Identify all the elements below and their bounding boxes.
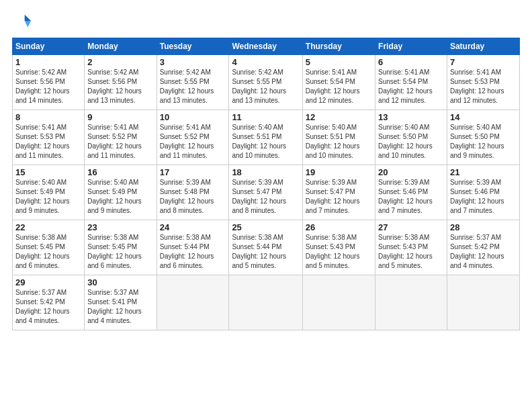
day-info: Sunrise: 5:41 AM Sunset: 5:52 PM Dayligh…	[160, 123, 226, 161]
weekday-sunday: Sunday	[13, 38, 85, 55]
day-number: 25	[232, 222, 299, 232]
day-number: 8	[15, 112, 81, 122]
svg-marker-0	[25, 15, 31, 21]
calendar-cell: 14Sunrise: 5:40 AM Sunset: 5:50 PM Dayli…	[447, 110, 519, 165]
calendar-cell: 29Sunrise: 5:37 AM Sunset: 5:42 PM Dayli…	[13, 275, 85, 330]
day-info: Sunrise: 5:37 AM Sunset: 5:42 PM Dayligh…	[450, 233, 517, 271]
calendar-cell: 26Sunrise: 5:38 AM Sunset: 5:43 PM Dayli…	[302, 220, 375, 275]
calendar-cell: 16Sunrise: 5:40 AM Sunset: 5:49 PM Dayli…	[85, 165, 157, 220]
day-number: 18	[232, 167, 299, 177]
svg-marker-1	[25, 21, 31, 27]
day-number: 29	[15, 277, 81, 287]
calendar-cell	[229, 275, 302, 330]
day-info: Sunrise: 5:41 AM Sunset: 5:54 PM Dayligh…	[378, 68, 444, 105]
week-row-1: 1Sunrise: 5:42 AM Sunset: 5:56 PM Daylig…	[13, 55, 520, 110]
day-number: 9	[87, 112, 153, 122]
day-info: Sunrise: 5:38 AM Sunset: 5:44 PM Dayligh…	[232, 233, 299, 271]
calendar-cell: 25Sunrise: 5:38 AM Sunset: 5:44 PM Dayli…	[229, 220, 302, 275]
day-info: Sunrise: 5:41 AM Sunset: 5:53 PM Dayligh…	[450, 68, 517, 105]
day-info: Sunrise: 5:38 AM Sunset: 5:44 PM Dayligh…	[160, 233, 226, 271]
week-row-2: 8Sunrise: 5:41 AM Sunset: 5:53 PM Daylig…	[13, 110, 520, 165]
week-row-3: 15Sunrise: 5:40 AM Sunset: 5:49 PM Dayli…	[13, 165, 520, 220]
day-number: 28	[450, 222, 517, 232]
day-info: Sunrise: 5:40 AM Sunset: 5:49 PM Dayligh…	[15, 178, 81, 216]
day-number: 14	[450, 112, 517, 122]
day-info: Sunrise: 5:38 AM Sunset: 5:43 PM Dayligh…	[378, 233, 444, 271]
calendar-cell: 1Sunrise: 5:42 AM Sunset: 5:56 PM Daylig…	[13, 55, 85, 110]
day-number: 17	[160, 167, 226, 177]
logo-icon	[12, 12, 31, 31]
page: SundayMondayTuesdayWednesdayThursdayFrid…	[0, 0, 532, 411]
day-number: 6	[378, 57, 444, 67]
day-info: Sunrise: 5:42 AM Sunset: 5:55 PM Dayligh…	[160, 68, 226, 105]
weekday-saturday: Saturday	[447, 38, 519, 55]
weekday-monday: Monday	[85, 38, 157, 55]
day-info: Sunrise: 5:40 AM Sunset: 5:51 PM Dayligh…	[232, 123, 299, 161]
calendar-cell: 2Sunrise: 5:42 AM Sunset: 5:56 PM Daylig…	[85, 55, 157, 110]
calendar-table: SundayMondayTuesdayWednesdayThursdayFrid…	[12, 38, 520, 330]
day-info: Sunrise: 5:42 AM Sunset: 5:56 PM Dayligh…	[87, 68, 153, 105]
day-number: 7	[450, 57, 517, 67]
logo	[12, 12, 34, 31]
calendar-cell: 11Sunrise: 5:40 AM Sunset: 5:51 PM Dayli…	[229, 110, 302, 165]
day-number: 16	[87, 167, 153, 177]
day-number: 22	[15, 222, 81, 232]
day-number: 1	[15, 57, 81, 67]
day-info: Sunrise: 5:38 AM Sunset: 5:43 PM Dayligh…	[306, 233, 372, 271]
calendar-cell	[302, 275, 375, 330]
day-number: 24	[160, 222, 226, 232]
calendar-cell: 27Sunrise: 5:38 AM Sunset: 5:43 PM Dayli…	[375, 220, 447, 275]
day-info: Sunrise: 5:39 AM Sunset: 5:47 PM Dayligh…	[232, 178, 299, 216]
day-number: 12	[306, 112, 372, 122]
calendar-cell: 12Sunrise: 5:40 AM Sunset: 5:51 PM Dayli…	[302, 110, 375, 165]
day-info: Sunrise: 5:39 AM Sunset: 5:46 PM Dayligh…	[450, 178, 517, 216]
day-number: 23	[87, 222, 153, 232]
calendar-cell: 30Sunrise: 5:37 AM Sunset: 5:41 PM Dayli…	[85, 275, 157, 330]
day-info: Sunrise: 5:39 AM Sunset: 5:46 PM Dayligh…	[378, 178, 444, 216]
day-number: 26	[306, 222, 372, 232]
day-info: Sunrise: 5:41 AM Sunset: 5:54 PM Dayligh…	[306, 68, 372, 105]
day-info: Sunrise: 5:38 AM Sunset: 5:45 PM Dayligh…	[87, 233, 153, 271]
calendar-cell: 19Sunrise: 5:39 AM Sunset: 5:47 PM Dayli…	[302, 165, 375, 220]
day-number: 15	[15, 167, 81, 177]
weekday-tuesday: Tuesday	[157, 38, 229, 55]
calendar-cell: 20Sunrise: 5:39 AM Sunset: 5:46 PM Dayli…	[375, 165, 447, 220]
calendar-cell: 6Sunrise: 5:41 AM Sunset: 5:54 PM Daylig…	[375, 55, 447, 110]
calendar-cell: 18Sunrise: 5:39 AM Sunset: 5:47 PM Dayli…	[229, 165, 302, 220]
day-number: 2	[87, 57, 153, 67]
day-number: 5	[306, 57, 372, 67]
calendar-cell: 13Sunrise: 5:40 AM Sunset: 5:50 PM Dayli…	[375, 110, 447, 165]
calendar-cell: 9Sunrise: 5:41 AM Sunset: 5:52 PM Daylig…	[85, 110, 157, 165]
day-info: Sunrise: 5:40 AM Sunset: 5:49 PM Dayligh…	[87, 178, 153, 216]
calendar-cell: 15Sunrise: 5:40 AM Sunset: 5:49 PM Dayli…	[13, 165, 85, 220]
calendar-cell: 4Sunrise: 5:42 AM Sunset: 5:55 PM Daylig…	[229, 55, 302, 110]
weekday-wednesday: Wednesday	[229, 38, 302, 55]
day-info: Sunrise: 5:40 AM Sunset: 5:50 PM Dayligh…	[378, 123, 444, 161]
calendar-cell: 17Sunrise: 5:39 AM Sunset: 5:48 PM Dayli…	[157, 165, 229, 220]
calendar-cell: 8Sunrise: 5:41 AM Sunset: 5:53 PM Daylig…	[13, 110, 85, 165]
calendar-cell	[447, 275, 519, 330]
weekday-thursday: Thursday	[302, 38, 375, 55]
day-info: Sunrise: 5:39 AM Sunset: 5:48 PM Dayligh…	[160, 178, 226, 216]
day-info: Sunrise: 5:38 AM Sunset: 5:45 PM Dayligh…	[15, 233, 81, 271]
day-number: 19	[306, 167, 372, 177]
day-info: Sunrise: 5:37 AM Sunset: 5:42 PM Dayligh…	[15, 288, 81, 326]
day-number: 21	[450, 167, 517, 177]
calendar-cell: 24Sunrise: 5:38 AM Sunset: 5:44 PM Dayli…	[157, 220, 229, 275]
calendar-cell	[375, 275, 447, 330]
day-info: Sunrise: 5:39 AM Sunset: 5:47 PM Dayligh…	[306, 178, 372, 216]
day-number: 13	[378, 112, 444, 122]
day-info: Sunrise: 5:37 AM Sunset: 5:41 PM Dayligh…	[87, 288, 153, 326]
calendar-cell: 22Sunrise: 5:38 AM Sunset: 5:45 PM Dayli…	[13, 220, 85, 275]
day-number: 10	[160, 112, 226, 122]
day-number: 27	[378, 222, 444, 232]
header	[12, 12, 520, 31]
weekday-header-row: SundayMondayTuesdayWednesdayThursdayFrid…	[13, 38, 520, 55]
calendar-cell: 28Sunrise: 5:37 AM Sunset: 5:42 PM Dayli…	[447, 220, 519, 275]
week-row-4: 22Sunrise: 5:38 AM Sunset: 5:45 PM Dayli…	[13, 220, 520, 275]
day-info: Sunrise: 5:40 AM Sunset: 5:50 PM Dayligh…	[450, 123, 517, 161]
day-info: Sunrise: 5:41 AM Sunset: 5:53 PM Dayligh…	[15, 123, 81, 161]
calendar-cell: 23Sunrise: 5:38 AM Sunset: 5:45 PM Dayli…	[85, 220, 157, 275]
day-info: Sunrise: 5:40 AM Sunset: 5:51 PM Dayligh…	[306, 123, 372, 161]
day-number: 11	[232, 112, 299, 122]
